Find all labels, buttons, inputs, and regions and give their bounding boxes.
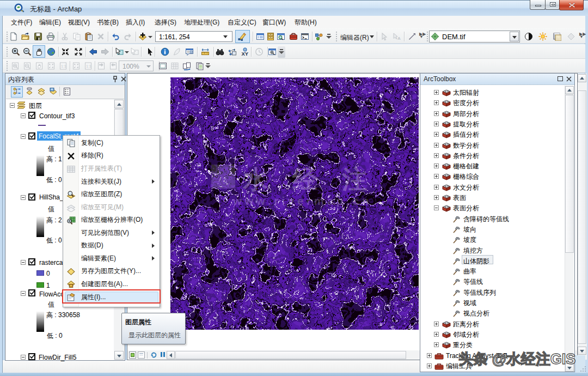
svg-text:A: A	[397, 36, 401, 41]
svg-text:1:1: 1:1	[61, 64, 66, 68]
svg-text:1:1: 1:1	[86, 64, 91, 68]
svg-text:XY: XY	[242, 51, 249, 57]
